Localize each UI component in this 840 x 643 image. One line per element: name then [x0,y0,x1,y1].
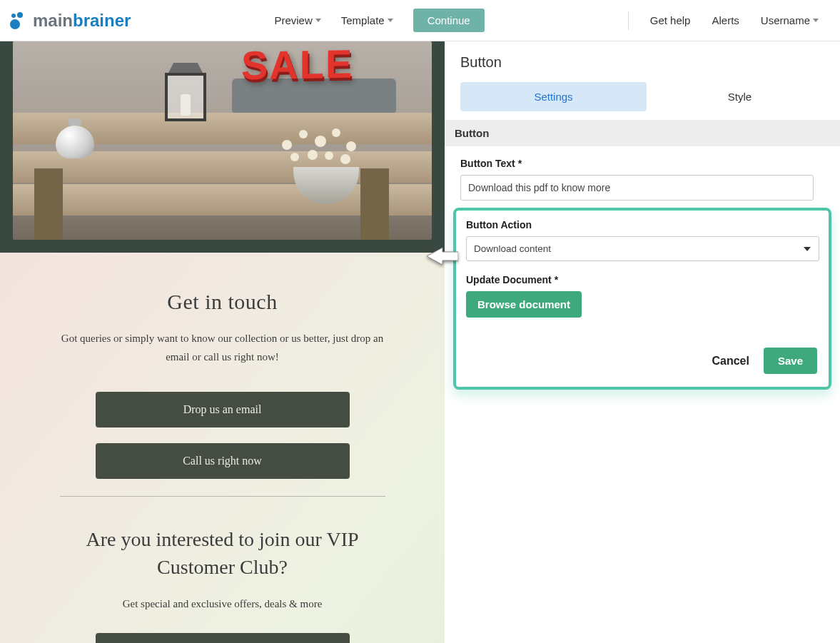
hero-frame: SALE [0,41,445,253]
button-text-label: Button Text * [460,158,833,169]
cancel-button[interactable]: Cancel [712,355,749,368]
email-canvas: SALE Get in touch Got queries or simply … [0,41,445,643]
sale-text: SALE [241,41,353,88]
divider [628,11,629,30]
chevron-down-icon [315,19,321,22]
tab-settings[interactable]: Settings [460,82,647,111]
update-document-label: Update Document * [466,274,819,285]
tab-row: Settings Style [460,82,833,111]
nav-username-label: Username [761,14,810,26]
call-now-button[interactable]: Call us right now [96,443,350,479]
logo[interactable]: mainbrainer [9,11,131,31]
drop-email-button[interactable]: Drop us an email [96,392,350,427]
button-action-select-wrap: Download content [466,236,819,261]
panel-title: Button [460,54,833,71]
highlighted-area: Button Action Download content Update Do… [453,208,831,390]
tab-style[interactable]: Style [647,82,833,111]
get-in-touch-subtitle: Got queries or simply want to know our c… [60,330,385,366]
vip-subtitle: Get special and exclusive offers, deals … [60,598,385,610]
nav-username[interactable]: Username [761,14,819,26]
divider [60,496,385,497]
chevron-down-icon [813,19,819,22]
browse-document-button[interactable]: Browse document [466,291,582,318]
content-section: Get in touch Got queries or simply want … [0,253,445,643]
nav-right: Get help Alerts Username [628,11,831,30]
save-button[interactable]: Save [764,348,817,374]
topbar: mainbrainer Preview Template Continue Ge… [0,0,840,41]
main: SALE Get in touch Got queries or simply … [0,41,840,643]
nav-preview[interactable]: Preview [274,14,320,26]
nav-alerts[interactable]: Alerts [712,14,739,26]
hero-image: SALE [13,41,432,240]
nav-get-help[interactable]: Get help [650,14,691,26]
vip-title: Are you interested to join our VIP Custo… [60,525,385,581]
button-text-input[interactable] [460,175,814,201]
chevron-down-icon [388,19,393,22]
nav-template-label: Template [341,14,385,26]
button-action-label: Button Action [466,219,819,231]
nav-template[interactable]: Template [341,14,393,26]
form-area: Button Text * Button Action Download con… [460,146,833,390]
continue-button[interactable]: Continue [413,9,485,32]
action-row: Cancel Save [466,348,819,374]
nav-center: Preview Template Continue [274,9,484,32]
yes-interested-button[interactable]: Yes, I am interested! [96,633,350,643]
arrow-callout-icon [427,245,458,270]
button-action-select[interactable]: Download content [466,236,819,261]
logo-icon [9,12,29,29]
settings-panel: Button Settings Style Button Button Text… [445,41,840,643]
svg-marker-0 [427,248,458,265]
logo-text: mainbrainer [33,11,131,31]
get-in-touch-title: Get in touch [60,290,385,314]
nav-preview-label: Preview [274,14,312,26]
section-header: Button [445,120,840,146]
